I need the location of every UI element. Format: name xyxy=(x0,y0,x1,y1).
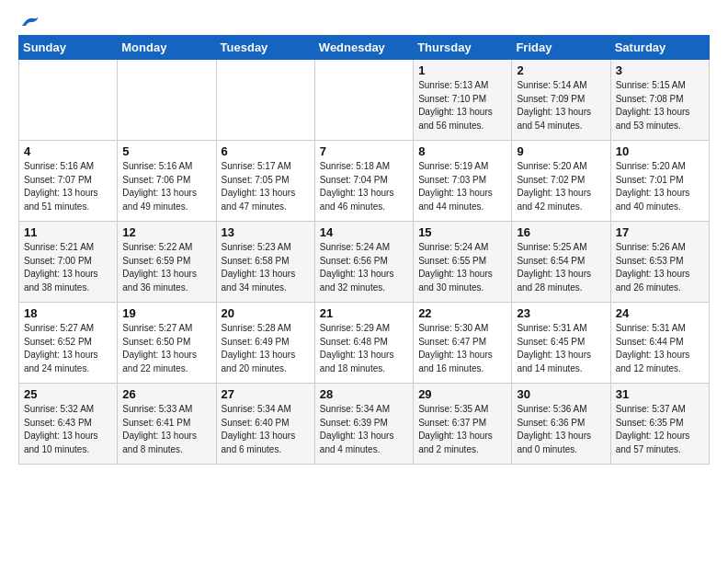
day-number: 15 xyxy=(418,225,506,239)
day-info: Sunrise: 5:32 AM Sunset: 6:43 PM Dayligh… xyxy=(24,403,112,456)
day-info: Sunrise: 5:21 AM Sunset: 7:00 PM Dayligh… xyxy=(24,241,112,294)
calendar-cell: 28Sunrise: 5:34 AM Sunset: 6:39 PM Dayli… xyxy=(314,384,413,465)
day-info: Sunrise: 5:30 AM Sunset: 6:47 PM Dayligh… xyxy=(418,322,506,375)
day-info: Sunrise: 5:31 AM Sunset: 6:45 PM Dayligh… xyxy=(517,322,605,375)
day-info: Sunrise: 5:34 AM Sunset: 6:40 PM Dayligh… xyxy=(222,403,310,456)
calendar-cell: 6Sunrise: 5:17 AM Sunset: 7:05 PM Daylig… xyxy=(216,141,314,222)
day-info: Sunrise: 5:35 AM Sunset: 6:37 PM Dayligh… xyxy=(418,403,506,456)
day-number: 27 xyxy=(222,387,310,401)
calendar-cell: 30Sunrise: 5:36 AM Sunset: 6:36 PM Dayli… xyxy=(512,384,610,465)
calendar-table: SundayMondayTuesdayWednesdayThursdayFrid… xyxy=(18,35,710,465)
day-info: Sunrise: 5:26 AM Sunset: 6:53 PM Dayligh… xyxy=(616,241,704,294)
day-number: 6 xyxy=(222,144,310,158)
calendar-cell: 17Sunrise: 5:26 AM Sunset: 6:53 PM Dayli… xyxy=(610,222,709,303)
day-info: Sunrise: 5:23 AM Sunset: 6:58 PM Dayligh… xyxy=(222,241,310,294)
day-info: Sunrise: 5:22 AM Sunset: 6:59 PM Dayligh… xyxy=(122,241,210,294)
day-info: Sunrise: 5:34 AM Sunset: 6:39 PM Dayligh… xyxy=(320,403,408,456)
day-info: Sunrise: 5:16 AM Sunset: 7:06 PM Dayligh… xyxy=(122,160,210,213)
calendar-cell xyxy=(216,60,314,141)
calendar-week-3: 11Sunrise: 5:21 AM Sunset: 7:00 PM Dayli… xyxy=(19,222,710,303)
day-info: Sunrise: 5:20 AM Sunset: 7:02 PM Dayligh… xyxy=(517,160,605,213)
calendar-cell: 7Sunrise: 5:18 AM Sunset: 7:04 PM Daylig… xyxy=(314,141,413,222)
calendar-cell: 23Sunrise: 5:31 AM Sunset: 6:45 PM Dayli… xyxy=(512,303,610,384)
day-number: 25 xyxy=(24,387,112,401)
calendar-cell: 16Sunrise: 5:25 AM Sunset: 6:54 PM Dayli… xyxy=(512,222,610,303)
calendar-header-row: SundayMondayTuesdayWednesdayThursdayFrid… xyxy=(19,36,710,60)
day-number: 30 xyxy=(517,387,605,401)
calendar-week-2: 4Sunrise: 5:16 AM Sunset: 7:07 PM Daylig… xyxy=(19,141,710,222)
day-number: 11 xyxy=(24,225,112,239)
calendar-cell xyxy=(314,60,413,141)
day-info: Sunrise: 5:14 AM Sunset: 7:09 PM Dayligh… xyxy=(517,79,605,132)
day-number: 28 xyxy=(320,387,408,401)
day-info: Sunrise: 5:20 AM Sunset: 7:01 PM Dayligh… xyxy=(616,160,704,213)
day-number: 12 xyxy=(122,225,210,239)
day-number: 5 xyxy=(122,144,210,158)
calendar-cell: 1Sunrise: 5:13 AM Sunset: 7:10 PM Daylig… xyxy=(414,60,512,141)
day-number: 20 xyxy=(222,306,310,320)
calendar-cell: 25Sunrise: 5:32 AM Sunset: 6:43 PM Dayli… xyxy=(19,384,118,465)
calendar-week-1: 1Sunrise: 5:13 AM Sunset: 7:10 PM Daylig… xyxy=(19,60,710,141)
calendar-cell: 11Sunrise: 5:21 AM Sunset: 7:00 PM Dayli… xyxy=(19,222,118,303)
day-number: 9 xyxy=(517,144,605,158)
day-number: 21 xyxy=(320,306,408,320)
calendar-cell: 27Sunrise: 5:34 AM Sunset: 6:40 PM Dayli… xyxy=(216,384,314,465)
day-info: Sunrise: 5:37 AM Sunset: 6:35 PM Dayligh… xyxy=(616,403,704,456)
day-number: 10 xyxy=(616,144,704,158)
day-number: 18 xyxy=(24,306,112,320)
calendar-cell xyxy=(19,60,118,141)
day-info: Sunrise: 5:31 AM Sunset: 6:44 PM Dayligh… xyxy=(616,322,704,375)
calendar-cell: 29Sunrise: 5:35 AM Sunset: 6:37 PM Dayli… xyxy=(414,384,512,465)
day-number: 31 xyxy=(616,387,704,401)
calendar-cell: 5Sunrise: 5:16 AM Sunset: 7:06 PM Daylig… xyxy=(118,141,216,222)
day-number: 2 xyxy=(517,63,605,77)
calendar-cell: 12Sunrise: 5:22 AM Sunset: 6:59 PM Dayli… xyxy=(118,222,216,303)
day-number: 17 xyxy=(616,225,704,239)
calendar-cell: 24Sunrise: 5:31 AM Sunset: 6:44 PM Dayli… xyxy=(610,303,709,384)
day-info: Sunrise: 5:13 AM Sunset: 7:10 PM Dayligh… xyxy=(418,79,506,132)
day-info: Sunrise: 5:16 AM Sunset: 7:07 PM Dayligh… xyxy=(24,160,112,213)
column-header-tuesday: Tuesday xyxy=(216,36,314,60)
day-info: Sunrise: 5:17 AM Sunset: 7:05 PM Dayligh… xyxy=(222,160,310,213)
day-number: 7 xyxy=(320,144,408,158)
day-info: Sunrise: 5:27 AM Sunset: 6:50 PM Dayligh… xyxy=(122,322,210,375)
calendar-cell: 31Sunrise: 5:37 AM Sunset: 6:35 PM Dayli… xyxy=(610,384,709,465)
day-number: 23 xyxy=(517,306,605,320)
calendar-cell: 9Sunrise: 5:20 AM Sunset: 7:02 PM Daylig… xyxy=(512,141,610,222)
day-info: Sunrise: 5:18 AM Sunset: 7:04 PM Dayligh… xyxy=(320,160,408,213)
day-number: 19 xyxy=(122,306,210,320)
page-header xyxy=(18,18,710,26)
day-info: Sunrise: 5:29 AM Sunset: 6:48 PM Dayligh… xyxy=(320,322,408,375)
day-number: 26 xyxy=(122,387,210,401)
calendar-cell: 13Sunrise: 5:23 AM Sunset: 6:58 PM Dayli… xyxy=(216,222,314,303)
day-number: 14 xyxy=(320,225,408,239)
logo xyxy=(18,18,40,26)
column-header-thursday: Thursday xyxy=(414,36,512,60)
column-header-monday: Monday xyxy=(118,36,216,60)
calendar-cell: 10Sunrise: 5:20 AM Sunset: 7:01 PM Dayli… xyxy=(610,141,709,222)
day-number: 3 xyxy=(616,63,704,77)
day-info: Sunrise: 5:25 AM Sunset: 6:54 PM Dayligh… xyxy=(517,241,605,294)
calendar-week-4: 18Sunrise: 5:27 AM Sunset: 6:52 PM Dayli… xyxy=(19,303,710,384)
logo-bird-icon xyxy=(20,15,40,29)
calendar-cell: 4Sunrise: 5:16 AM Sunset: 7:07 PM Daylig… xyxy=(19,141,118,222)
calendar-cell: 2Sunrise: 5:14 AM Sunset: 7:09 PM Daylig… xyxy=(512,60,610,141)
column-header-friday: Friday xyxy=(512,36,610,60)
calendar-cell: 15Sunrise: 5:24 AM Sunset: 6:55 PM Dayli… xyxy=(414,222,512,303)
calendar-cell: 18Sunrise: 5:27 AM Sunset: 6:52 PM Dayli… xyxy=(19,303,118,384)
column-header-saturday: Saturday xyxy=(610,36,709,60)
column-header-sunday: Sunday xyxy=(19,36,118,60)
calendar-cell: 8Sunrise: 5:19 AM Sunset: 7:03 PM Daylig… xyxy=(414,141,512,222)
calendar-week-5: 25Sunrise: 5:32 AM Sunset: 6:43 PM Dayli… xyxy=(19,384,710,465)
day-info: Sunrise: 5:27 AM Sunset: 6:52 PM Dayligh… xyxy=(24,322,112,375)
calendar-cell: 14Sunrise: 5:24 AM Sunset: 6:56 PM Dayli… xyxy=(314,222,413,303)
calendar-cell: 26Sunrise: 5:33 AM Sunset: 6:41 PM Dayli… xyxy=(118,384,216,465)
day-info: Sunrise: 5:19 AM Sunset: 7:03 PM Dayligh… xyxy=(418,160,506,213)
day-info: Sunrise: 5:33 AM Sunset: 6:41 PM Dayligh… xyxy=(122,403,210,456)
day-info: Sunrise: 5:24 AM Sunset: 6:56 PM Dayligh… xyxy=(320,241,408,294)
day-number: 24 xyxy=(616,306,704,320)
calendar-cell: 19Sunrise: 5:27 AM Sunset: 6:50 PM Dayli… xyxy=(118,303,216,384)
calendar-cell: 20Sunrise: 5:28 AM Sunset: 6:49 PM Dayli… xyxy=(216,303,314,384)
day-number: 16 xyxy=(517,225,605,239)
day-number: 8 xyxy=(418,144,506,158)
